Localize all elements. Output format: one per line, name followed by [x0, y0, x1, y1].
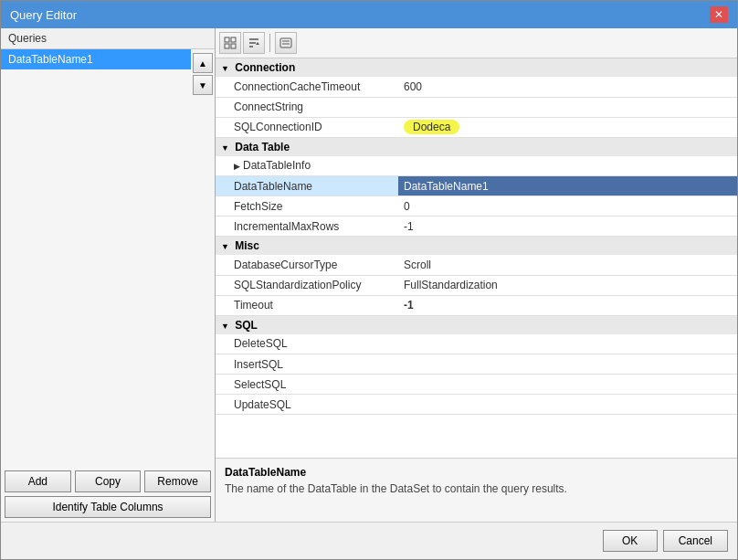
prop-value[interactable]: -1 — [398, 295, 737, 315]
right-panel: Connection ConnectionCacheTimeout 600 Co… — [216, 28, 737, 522]
title-bar: Query Editor ✕ — [1, 1, 737, 28]
sort-icon-button[interactable] — [243, 32, 265, 54]
prop-value[interactable]: 600 — [398, 77, 737, 97]
grid-icon-button[interactable] — [219, 32, 241, 54]
section-sql-label: SQL — [235, 319, 258, 332]
properties-table: Connection ConnectionCacheTimeout 600 Co… — [216, 58, 737, 415]
query-item[interactable]: DataTableName1 — [1, 49, 191, 69]
section-misc-label: Misc — [235, 239, 259, 252]
prop-value[interactable] — [398, 97, 737, 117]
prop-select-sql[interactable]: SelectSQL — [216, 375, 737, 395]
prop-name: IncrementalMaxRows — [216, 217, 398, 237]
prop-value[interactable]: 0 — [398, 196, 737, 217]
svg-rect-8 — [280, 38, 291, 48]
prop-name: InsertSQL — [216, 354, 398, 375]
prop-sql-connection-id[interactable]: SQLConnectionID Dodeca — [216, 117, 737, 137]
svg-rect-3 — [231, 44, 236, 48]
connection-expand-icon — [221, 61, 232, 74]
prop-connect-string[interactable]: ConnectString — [216, 97, 737, 117]
prop-name: DataTableInfo — [216, 156, 398, 176]
prop-name: ConnectionCacheTimeout — [216, 77, 398, 97]
prop-insert-sql[interactable]: InsertSQL — [216, 354, 737, 375]
prop-value[interactable]: Scroll — [398, 255, 737, 275]
info-title: DataTableName — [225, 466, 728, 479]
data-table-expand-icon — [221, 141, 232, 153]
prop-name: ConnectString — [216, 97, 398, 117]
section-sql[interactable]: SQL — [216, 315, 737, 334]
filter-icon — [279, 37, 292, 49]
close-button[interactable]: ✕ — [710, 6, 728, 23]
prop-value[interactable] — [398, 156, 737, 176]
prop-value[interactable]: FullStandardization — [398, 275, 737, 295]
section-connection[interactable]: Connection — [216, 58, 737, 77]
remove-button[interactable]: Remove — [144, 470, 211, 492]
section-data-table[interactable]: Data Table — [216, 137, 737, 156]
prop-name: UpdateSQL — [216, 395, 398, 415]
add-button[interactable]: Add — [5, 470, 71, 492]
properties-grid: Connection ConnectionCacheTimeout 600 Co… — [216, 58, 737, 458]
copy-button[interactable]: Copy — [75, 470, 142, 492]
prop-value[interactable]: Dodeca — [398, 117, 737, 137]
queries-area: DataTableName1 ▲ ▼ — [1, 49, 215, 465]
ok-button[interactable]: OK — [603, 530, 658, 552]
prop-name: DataTableName — [216, 176, 398, 196]
prop-value[interactable]: -1 — [398, 217, 737, 237]
queries-list: DataTableName1 — [1, 49, 191, 465]
section-misc[interactable]: Misc — [216, 237, 737, 256]
move-up-button[interactable]: ▲ — [193, 53, 213, 73]
prop-value[interactable] — [398, 375, 737, 395]
toolbar-separator — [269, 34, 270, 52]
action-buttons: Add Copy Remove — [1, 465, 215, 496]
prop-name: Timeout — [216, 295, 398, 315]
prop-update-sql[interactable]: UpdateSQL — [216, 395, 737, 415]
prop-connection-cache-timeout[interactable]: ConnectionCacheTimeout 600 — [216, 77, 737, 97]
prop-database-cursor-type[interactable]: DatabaseCursorType Scroll — [216, 255, 737, 275]
prop-data-table-name[interactable]: DataTableName DataTableName1 — [216, 176, 737, 196]
left-panel: Queries DataTableName1 ▲ ▼ Add Copy Remo… — [1, 28, 216, 522]
prop-name: SQLConnectionID — [216, 117, 398, 137]
queries-header: Queries — [1, 28, 215, 49]
prop-name: DeleteSQL — [216, 334, 398, 354]
svg-marker-7 — [256, 42, 259, 45]
prop-sql-standardization-policy[interactable]: SQLStandardizationPolicy FullStandardiza… — [216, 275, 737, 295]
prop-value[interactable]: DataTableName1 — [398, 176, 737, 196]
data-table-info-collapse-icon — [234, 159, 243, 172]
identify-button[interactable]: Identify Table Columns — [5, 496, 211, 518]
svg-rect-2 — [225, 44, 229, 48]
info-panel: DataTableName The name of the DataTable … — [216, 458, 737, 522]
prop-incremental-max-rows[interactable]: IncrementalMaxRows -1 — [216, 217, 737, 237]
toolbar — [216, 28, 737, 58]
prop-name: SelectSQL — [216, 375, 398, 395]
prop-value[interactable] — [398, 395, 737, 415]
prop-data-table-info[interactable]: DataTableInfo — [216, 156, 737, 176]
prop-value[interactable] — [398, 334, 737, 354]
dodeca-badge: Dodeca — [404, 120, 459, 134]
info-text: The name of the DataTable in the DataSet… — [225, 482, 728, 495]
section-data-table-label: Data Table — [235, 141, 290, 153]
sort-icon — [248, 37, 260, 49]
prop-name: SQLStandardizationPolicy — [216, 275, 398, 295]
dialog-body: Queries DataTableName1 ▲ ▼ Add Copy Remo… — [1, 28, 737, 522]
sql-expand-icon — [221, 319, 232, 332]
cancel-button[interactable]: Cancel — [663, 530, 728, 552]
grid-icon — [224, 37, 237, 49]
move-down-button[interactable]: ▼ — [193, 75, 213, 95]
prop-name: FetchSize — [216, 196, 398, 217]
arrow-buttons: ▲ ▼ — [191, 49, 215, 465]
svg-rect-0 — [225, 37, 229, 42]
prop-delete-sql[interactable]: DeleteSQL — [216, 334, 737, 354]
filter-icon-button[interactable] — [275, 32, 297, 54]
svg-rect-1 — [231, 37, 236, 42]
bottom-bar: OK Cancel — [1, 522, 737, 559]
dialog-title: Query Editor — [10, 8, 77, 22]
prop-name: DatabaseCursorType — [216, 255, 398, 275]
query-editor-dialog: Query Editor ✕ Queries DataTableName1 ▲ … — [0, 0, 738, 560]
prop-value[interactable] — [398, 354, 737, 375]
misc-expand-icon — [221, 239, 232, 252]
prop-timeout[interactable]: Timeout -1 — [216, 295, 737, 315]
section-connection-label: Connection — [235, 61, 295, 74]
prop-fetch-size[interactable]: FetchSize 0 — [216, 196, 737, 217]
